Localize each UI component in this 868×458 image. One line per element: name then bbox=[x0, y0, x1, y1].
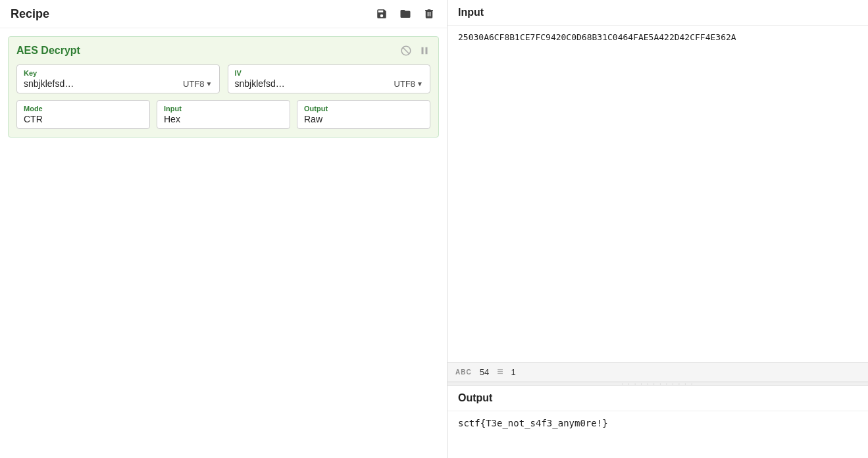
output-section: Output sctf{T3e_not_s4f3_anym0re!} bbox=[447, 386, 868, 458]
iv-field[interactable]: IV snbjklefsd… UTF8 ▼ bbox=[228, 64, 431, 93]
recipe-toolbar bbox=[374, 7, 436, 21]
mode-field[interactable]: Mode CTR bbox=[16, 100, 150, 129]
output-label: Output bbox=[304, 105, 423, 113]
output-title: Output bbox=[458, 392, 492, 403]
input-label: Input bbox=[164, 105, 283, 113]
input-header: Input bbox=[447, 0, 868, 26]
pause-button[interactable] bbox=[419, 45, 430, 57]
aes-decrypt-card: AES Decrypt Key snbjkle bbox=[8, 36, 439, 138]
options-row: Mode CTR Input Hex Output Raw bbox=[16, 100, 430, 129]
key-encoding-label: UTF8 bbox=[183, 79, 205, 89]
pause-icon bbox=[419, 45, 430, 57]
left-panel: Recipe AES Decrypt bbox=[0, 0, 447, 458]
statusbar-divider: ≡ bbox=[497, 366, 503, 378]
char-count: 54 bbox=[480, 367, 489, 377]
output-field[interactable]: Output Raw bbox=[297, 100, 430, 129]
iv-encoding-label: UTF8 bbox=[394, 79, 416, 89]
mode-value: CTR bbox=[24, 114, 143, 124]
iv-label: IV bbox=[235, 69, 424, 77]
input-statusbar: ABC 54 ≡ 1 bbox=[447, 362, 868, 381]
input-title: Input bbox=[458, 7, 484, 18]
key-value-row: snbjklefsd… UTF8 ▼ bbox=[24, 78, 213, 89]
open-button[interactable] bbox=[398, 7, 413, 21]
disable-button[interactable] bbox=[400, 45, 412, 57]
key-iv-row: Key snbjklefsd… UTF8 ▼ IV snbjklefsd… UT… bbox=[16, 64, 430, 93]
key-value: snbjklefsd… bbox=[24, 78, 74, 89]
recipe-header: Recipe bbox=[0, 0, 447, 28]
key-field[interactable]: Key snbjklefsd… UTF8 ▼ bbox=[16, 64, 220, 93]
delete-button[interactable] bbox=[422, 7, 436, 21]
key-encoding-button[interactable]: UTF8 ▼ bbox=[183, 79, 212, 89]
line-count: 1 bbox=[511, 367, 515, 377]
mode-label: Mode bbox=[24, 105, 143, 113]
input-content[interactable]: 25030A6CF8B1CE7FC9420C0D68B31C0464FAE5A4… bbox=[447, 26, 868, 362]
input-section: Input 25030A6CF8B1CE7FC9420C0D68B31C0464… bbox=[447, 0, 868, 382]
right-panel: Input 25030A6CF8B1CE7FC9420C0D68B31C0464… bbox=[447, 0, 868, 458]
folder-icon bbox=[399, 8, 411, 20]
input-value: Hex bbox=[164, 114, 283, 124]
save-button[interactable] bbox=[374, 7, 389, 21]
recipe-title: Recipe bbox=[11, 7, 49, 21]
iv-value-row: snbjklefsd… UTF8 ▼ bbox=[235, 78, 424, 89]
trash-icon bbox=[423, 8, 435, 20]
output-content[interactable]: sctf{T3e_not_s4f3_anym0re!} bbox=[447, 411, 868, 435]
aes-card-header: AES Decrypt bbox=[16, 45, 430, 57]
save-icon bbox=[376, 8, 388, 20]
key-label: Key bbox=[24, 69, 213, 77]
disable-icon bbox=[400, 45, 412, 57]
input-field[interactable]: Input Hex bbox=[157, 100, 290, 129]
aes-card-actions bbox=[400, 45, 430, 57]
iv-encoding-button[interactable]: UTF8 ▼ bbox=[394, 79, 423, 89]
output-header: Output bbox=[447, 386, 868, 411]
output-value: Raw bbox=[304, 114, 423, 124]
abc-indicator: ABC bbox=[455, 369, 472, 376]
key-encoding-chevron: ▼ bbox=[206, 80, 213, 88]
iv-value: snbjklefsd… bbox=[235, 78, 285, 89]
iv-encoding-chevron: ▼ bbox=[417, 80, 423, 88]
aes-card-title: AES Decrypt bbox=[16, 45, 80, 57]
